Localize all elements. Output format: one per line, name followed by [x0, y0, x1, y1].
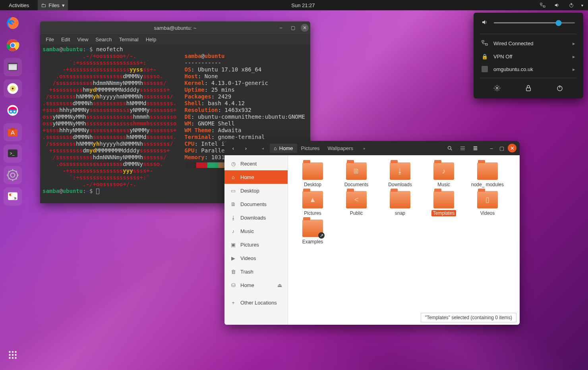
- menu-button[interactable]: [470, 143, 481, 154]
- dock-terminal[interactable]: >_: [4, 145, 22, 163]
- back-button[interactable]: ‹: [228, 143, 239, 154]
- folder-item[interactable]: snap: [381, 191, 419, 216]
- terminal-menubar: FileEditViewSearchTerminalHelp: [40, 34, 310, 44]
- dock-software[interactable]: A: [4, 123, 22, 141]
- dock-settings[interactable]: [4, 166, 22, 184]
- app-menu[interactable]: 🗀 Files ▾: [38, 0, 68, 10]
- folder-item[interactable]: node_ modules: [468, 162, 507, 188]
- minimize-button[interactable]: –: [487, 144, 496, 152]
- settings-button[interactable]: [493, 85, 501, 93]
- sidebar-icon: ♪: [230, 228, 236, 234]
- menu-edit[interactable]: Edit: [61, 37, 70, 42]
- command: neofetch: [96, 46, 123, 52]
- volume-slider[interactable]: [493, 22, 575, 23]
- folder-label: Documents: [343, 181, 370, 188]
- dock-corebird[interactable]: [3, 101, 22, 120]
- svg-point-25: [10, 111, 12, 113]
- svg-point-6: [496, 87, 498, 89]
- folder-item[interactable]: Desktop: [294, 162, 332, 188]
- sidebar-item-documents[interactable]: 🗎Documents: [224, 197, 288, 211]
- folder-label: Examples: [301, 239, 325, 245]
- folder-item[interactable]: ♪Music: [425, 162, 463, 188]
- network-label: Wired Connected: [493, 40, 533, 46]
- svg-point-41: [15, 351, 17, 353]
- power-button[interactable]: [556, 85, 563, 93]
- forward-button[interactable]: ›: [240, 143, 251, 154]
- sidebar-item-videos[interactable]: ▶Videos: [224, 251, 288, 265]
- search-button[interactable]: [444, 143, 455, 154]
- eject-icon[interactable]: ⏏: [277, 282, 282, 288]
- sidebar-item-pictures[interactable]: ▣Pictures: [224, 238, 288, 251]
- path-scroll-right[interactable]: ▸: [359, 143, 370, 154]
- activities-button[interactable]: Activities: [7, 0, 31, 10]
- maximize-button[interactable]: ▢: [289, 24, 297, 32]
- power-indicator[interactable]: [567, 0, 576, 10]
- folder-item[interactable]: ▲Pictures: [294, 191, 332, 216]
- sidebar-item-label: Trash: [240, 269, 253, 275]
- folder-icon: ♪: [433, 162, 454, 180]
- dock-chrome[interactable]: [3, 36, 22, 55]
- sidebar-item-label: Videos: [240, 255, 256, 261]
- network-row[interactable]: Wired Connected ▸: [474, 37, 583, 50]
- dock-firefox[interactable]: [3, 13, 22, 33]
- files-grid[interactable]: Desktop🗎Documents⭳Downloads♪Musicnode_ m…: [288, 155, 520, 325]
- svg-point-36: [11, 194, 14, 196]
- folder-item[interactable]: ↗Examples: [294, 220, 332, 245]
- dock: A>_: [0, 10, 25, 370]
- vpn-row[interactable]: 🔒 VPN Off ▸: [474, 50, 583, 63]
- network-indicator[interactable]: [538, 0, 547, 10]
- sidebar-other-locations[interactable]: +Other Locations: [224, 296, 288, 309]
- folder-item[interactable]: 🗎Documents: [337, 162, 375, 188]
- path-scroll-left[interactable]: ◂: [257, 143, 268, 154]
- folder-label: Videos: [479, 210, 496, 216]
- menu-search[interactable]: Search: [95, 37, 112, 42]
- speaker-icon: [482, 19, 488, 27]
- sidebar-icon: ⛁: [230, 282, 236, 288]
- menu-terminal[interactable]: Terminal: [119, 37, 139, 42]
- sidebar-item-recent[interactable]: ◷Recent: [224, 157, 288, 170]
- svg-rect-7: [526, 88, 531, 91]
- speaker-icon: [554, 2, 560, 8]
- dock-tweaks[interactable]: [4, 187, 22, 206]
- sidebar-icon: ⌂: [230, 174, 236, 180]
- folder-icon: ⭳: [390, 162, 410, 180]
- list-view-button[interactable]: [457, 143, 468, 154]
- folder-label: Public: [348, 210, 365, 216]
- sidebar-item-label: Other Locations: [240, 300, 277, 306]
- close-button[interactable]: ✕: [508, 144, 516, 152]
- menu-file[interactable]: File: [46, 37, 54, 42]
- sidebar-icon: 🗑: [230, 269, 236, 275]
- sidebar-item-home[interactable]: ⛁Home⏏: [224, 278, 288, 292]
- sidebar-icon: ▣: [230, 242, 236, 248]
- path-segment[interactable]: ⌂Home: [270, 144, 297, 153]
- top-bar: Activities 🗀 Files ▾ Sun 21:27 ▾: [0, 0, 588, 10]
- sidebar-item-music[interactable]: ♪Music: [224, 224, 288, 238]
- folder-item[interactable]: ⭳Downloads: [381, 162, 419, 188]
- folder-item[interactable]: Templates: [425, 191, 463, 216]
- path-segment[interactable]: Pictures: [297, 144, 324, 153]
- menu-view[interactable]: View: [77, 37, 88, 42]
- terminal-titlebar[interactable]: samba@ubuntu: ~ – ▢ ✕: [40, 21, 310, 34]
- folder-icon: <: [346, 191, 367, 208]
- sidebar-item-desktop[interactable]: ▭Desktop: [224, 184, 288, 197]
- dock-show-apps[interactable]: [3, 345, 22, 364]
- sidebar-item-downloads[interactable]: ⭳Downloads: [224, 211, 288, 224]
- sidebar-item-trash[interactable]: 🗑Trash: [224, 265, 288, 278]
- window-title: samba@ubuntu: ~: [154, 25, 197, 31]
- sidebar-item-home[interactable]: ⌂Home: [224, 170, 288, 184]
- folder-item[interactable]: ▯Videos: [468, 191, 507, 216]
- maximize-button[interactable]: ▢: [497, 144, 506, 152]
- lock-button[interactable]: [525, 85, 532, 93]
- clock[interactable]: Sun 21:27: [290, 0, 316, 10]
- minimize-button[interactable]: –: [277, 24, 285, 32]
- list-icon: [460, 145, 466, 151]
- media-row[interactable]: omgubuntu.co.uk ▸: [474, 63, 583, 75]
- folder-item[interactable]: <Public: [337, 191, 375, 216]
- wired-icon: [482, 40, 488, 47]
- path-segment[interactable]: Wallpapers: [324, 144, 358, 153]
- dock-files[interactable]: [4, 58, 22, 76]
- volume-indicator[interactable]: [553, 0, 561, 10]
- menu-help[interactable]: Help: [146, 37, 157, 42]
- close-button[interactable]: ✕: [301, 24, 309, 32]
- dock-rhythmbox[interactable]: [4, 79, 22, 98]
